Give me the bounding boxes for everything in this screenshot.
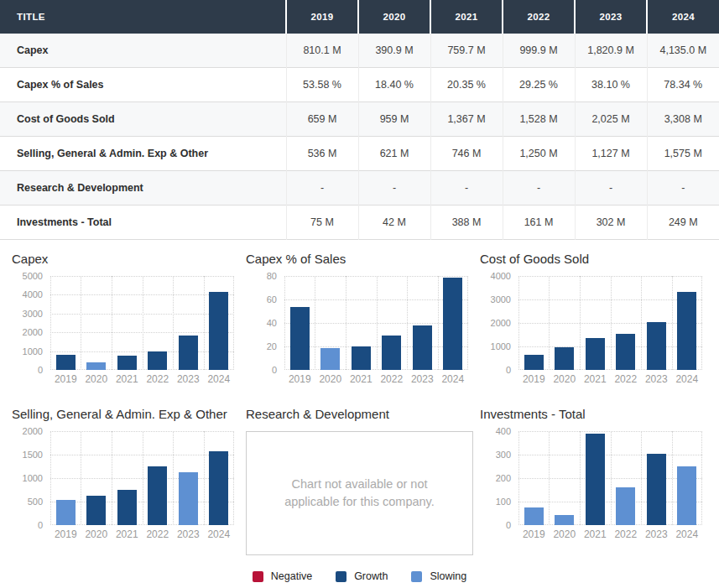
plot-grid <box>518 276 702 370</box>
bar-2022[interactable] <box>148 466 167 525</box>
y-axis-tick-label: 4000 <box>23 289 43 299</box>
x-axis-tick-label: 2023 <box>173 373 204 385</box>
x-axis: 201920202021202220232024 <box>50 528 234 540</box>
bar-2019[interactable] <box>56 500 76 525</box>
y-axis-tick-label: 3000 <box>491 294 511 304</box>
x-axis-tick-label: 2020 <box>315 373 346 385</box>
table-cell-value: - <box>575 171 647 206</box>
x-axis-tick-label: 2019 <box>518 373 550 385</box>
table-cell-value: 388 M <box>430 206 503 240</box>
chart-title: Capex <box>12 250 239 268</box>
x-axis-tick-label: 2022 <box>143 528 174 540</box>
row-label: Investments - Total <box>0 206 286 240</box>
bar-2021[interactable] <box>586 434 605 525</box>
bar-2023[interactable] <box>179 336 198 370</box>
legend-label: Slowing <box>430 570 466 582</box>
column-header-year: 2024 <box>647 0 719 34</box>
table-cell-value: 1,528 M <box>503 102 575 137</box>
bar-2020[interactable] <box>555 515 574 525</box>
bar-2020[interactable] <box>555 347 574 370</box>
table-cell-value: 659 M <box>286 102 358 137</box>
x-axis-tick-label: 2022 <box>143 373 174 385</box>
column-header-year: 2022 <box>503 0 575 34</box>
charts-grid: Capex50004000300020001000020192020202120… <box>0 240 719 555</box>
legend-swatch-slowing <box>411 571 422 582</box>
table-cell-value: - <box>430 171 503 206</box>
bar-2024[interactable] <box>209 292 228 370</box>
x-axis-tick-label: 2024 <box>204 373 235 385</box>
bar-2023[interactable] <box>179 472 198 525</box>
table-cell-value: 249 M <box>647 206 719 240</box>
bar-column-2022 <box>143 276 174 370</box>
y-axis-tick-label: 2000 <box>23 327 43 337</box>
y-axis-tick-label: 2000 <box>491 318 511 328</box>
bar-2023[interactable] <box>647 322 666 370</box>
column-header-year: 2021 <box>430 0 503 34</box>
x-axis-tick-label: 2020 <box>81 373 112 385</box>
bar-2021[interactable] <box>352 346 371 370</box>
plot-grid <box>50 276 234 370</box>
column-header-year: 2023 <box>575 0 647 34</box>
bar-2020[interactable] <box>86 496 106 525</box>
bar-2022[interactable] <box>616 334 635 370</box>
table-cell-value: 759.7 M <box>430 34 503 68</box>
y-axis-tick-label: 5000 <box>23 271 43 281</box>
row-label: Capex <box>0 34 286 68</box>
y-axis-tick-label: 1000 <box>23 473 43 483</box>
chart-title: Capex % of Sales <box>246 250 473 268</box>
x-axis-tick-label: 2023 <box>407 373 438 385</box>
x-axis: 201920202021202220232024 <box>50 373 234 385</box>
bar-column-2024 <box>204 431 235 525</box>
bar-2024[interactable] <box>677 292 696 370</box>
financials-dashboard: TITLE201920202021202220232024 Capex810.1… <box>0 0 719 588</box>
bar-2022[interactable] <box>382 336 401 370</box>
table-row: Cost of Goods Sold659 M959 M1,367 M1,528… <box>0 102 719 137</box>
x-axis-tick-label: 2021 <box>112 373 143 385</box>
bar-column-2019 <box>50 276 81 370</box>
bar-2023[interactable] <box>647 454 666 525</box>
bar-2022[interactable] <box>616 487 635 525</box>
table-cell-value: - <box>286 171 358 206</box>
y-axis-tick-label: 0 <box>506 520 511 530</box>
bar-column-2023 <box>641 276 672 370</box>
bar-2024[interactable] <box>443 278 462 370</box>
y-axis-tick-label: 20 <box>267 341 277 351</box>
y-axis: 4003002001000 <box>480 431 518 525</box>
bar-2024[interactable] <box>209 451 228 525</box>
table-cell-value: 1,367 M <box>430 102 503 137</box>
legend-label: Negative <box>271 570 312 582</box>
bar-2019[interactable] <box>56 355 76 370</box>
table-cell-value: 810.1 M <box>286 34 358 68</box>
x-axis-tick-label: 2019 <box>518 528 550 540</box>
table-cell-value: 1,575 M <box>647 137 719 171</box>
bar-2022[interactable] <box>148 351 167 370</box>
table-cell-value: 20.35 % <box>430 68 503 102</box>
bar-2020[interactable] <box>320 348 340 370</box>
bar-column-2019 <box>518 431 550 525</box>
table-cell-value: 390.9 M <box>358 34 430 68</box>
bar-2019[interactable] <box>290 307 310 370</box>
bar-2020[interactable] <box>86 362 106 370</box>
chart-card-capex: Capex50004000300020001000020192020202120… <box>12 250 239 385</box>
chart-title: Investments - Total <box>480 405 707 423</box>
x-axis-tick-label: 2019 <box>284 373 315 385</box>
x-axis-tick-label: 2022 <box>377 373 408 385</box>
bar-column-2022 <box>143 431 174 525</box>
x-axis: 201920202021202220232024 <box>518 528 702 540</box>
y-axis-tick-label: 100 <box>496 497 511 507</box>
column-header-year: 2020 <box>358 0 430 34</box>
bar-column-2024 <box>438 276 469 370</box>
bar-2021[interactable] <box>117 490 137 525</box>
x-axis-tick-label: 2019 <box>50 373 81 385</box>
bar-2024[interactable] <box>677 466 696 525</box>
bar-2023[interactable] <box>413 325 432 370</box>
bar-2019[interactable] <box>524 507 544 525</box>
bar-2021[interactable] <box>586 338 605 370</box>
chart-plot-area: 806040200 <box>246 276 473 370</box>
bar-2021[interactable] <box>117 356 137 370</box>
chart-card-capex-of-sales: Capex % of Sales806040200201920202021202… <box>246 250 473 385</box>
y-axis-tick-label: 1000 <box>23 346 43 356</box>
y-axis-tick-label: 0 <box>38 520 43 530</box>
x-axis-tick-label: 2023 <box>641 528 672 540</box>
bar-2019[interactable] <box>524 355 544 370</box>
